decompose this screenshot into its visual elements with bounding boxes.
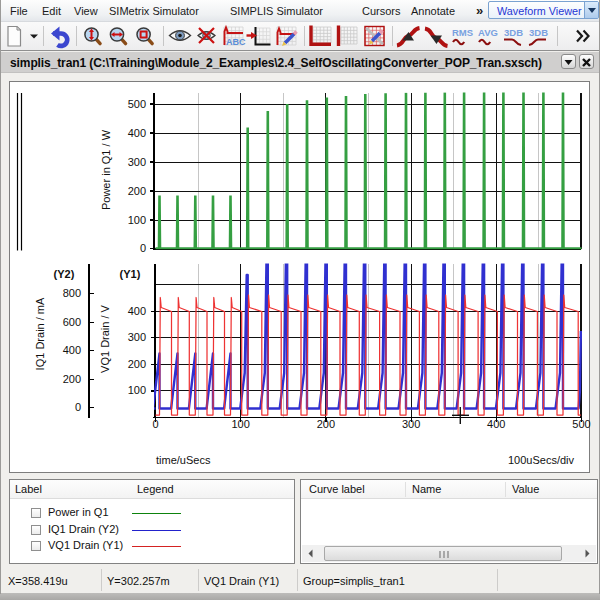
svg-text:AVG: AVG (478, 27, 498, 38)
svg-text:3DB: 3DB (504, 27, 523, 38)
svg-text:ABC: ABC (226, 37, 246, 47)
svg-text:3DB: 3DB (529, 27, 548, 38)
svg-text:RMS: RMS (452, 27, 473, 38)
